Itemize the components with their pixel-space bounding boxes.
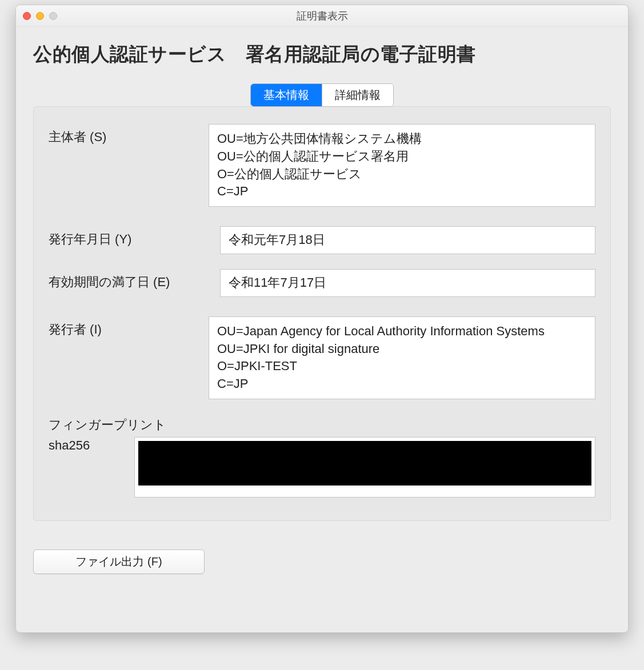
fingerprint-value-box[interactable] (134, 437, 595, 498)
window-title: 証明書表示 (16, 9, 628, 23)
fingerprint-row: sha256 (49, 437, 595, 498)
window: 証明書表示 公的個人認証サービス 署名用認証局の電子証明書 基本情報 詳細情報 … (15, 5, 629, 633)
basic-info-panel: 主体者 (S) OU=地方公共団体情報システム機構 OU=公的個人認証サービス署… (33, 106, 611, 521)
tab-basic[interactable]: 基本情報 (251, 84, 322, 106)
content: 公的個人認証サービス 署名用認証局の電子証明書 基本情報 詳細情報 主体者 (S… (16, 27, 628, 591)
tab-bar: 基本情報 詳細情報 (33, 83, 611, 107)
row-expiry: 有効期間の満了日 (E) 令和11年7月17日 (49, 269, 595, 297)
fingerprint-title: フィンガープリント (49, 416, 595, 434)
label-issuer: 発行者 (I) (49, 316, 209, 338)
tab-detail[interactable]: 詳細情報 (322, 84, 393, 106)
titlebar: 証明書表示 (16, 5, 628, 27)
label-expiry: 有効期間の満了日 (E) (49, 269, 220, 291)
row-issuer: 発行者 (I) OU=Japan Agency for Local Author… (49, 316, 595, 399)
maximize-icon (49, 12, 57, 20)
value-issued[interactable]: 令和元年7月18日 (220, 226, 595, 254)
value-issuer[interactable]: OU=Japan Agency for Local Authority Info… (209, 316, 595, 399)
row-subject: 主体者 (S) OU=地方公共団体情報システム機構 OU=公的個人認証サービス署… (49, 124, 595, 207)
label-subject: 主体者 (S) (49, 124, 209, 146)
value-subject[interactable]: OU=地方公共団体情報システム機構 OU=公的個人認証サービス署名用 O=公的個… (209, 124, 595, 207)
minimize-icon[interactable] (36, 12, 44, 20)
page-title: 公的個人認証サービス 署名用認証局の電子証明書 (33, 42, 611, 67)
close-icon[interactable] (23, 12, 31, 20)
export-file-button[interactable]: ファイル出力 (F) (33, 549, 205, 574)
row-issued: 発行年月日 (Y) 令和元年7月18日 (49, 226, 595, 254)
window-controls (23, 12, 57, 20)
segmented-control: 基本情報 詳細情報 (250, 83, 394, 107)
footer: ファイル出力 (F) (33, 549, 611, 574)
value-expiry[interactable]: 令和11年7月17日 (220, 269, 595, 297)
fingerprint-algo: sha256 (49, 437, 134, 453)
label-issued: 発行年月日 (Y) (49, 226, 220, 248)
redaction-block (138, 441, 591, 486)
fingerprint-section: フィンガープリント sha256 (49, 416, 595, 498)
